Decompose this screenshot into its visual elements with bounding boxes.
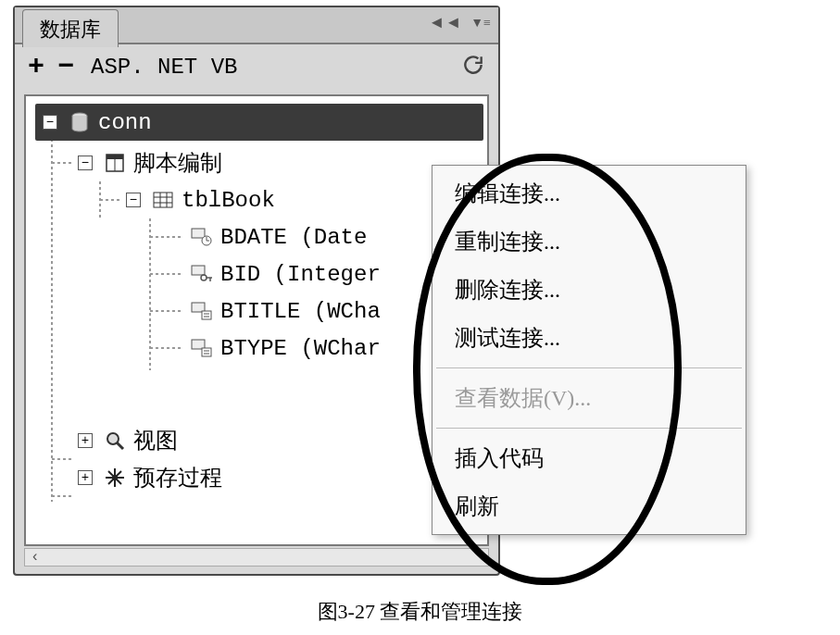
menu-separator	[436, 428, 742, 429]
conn-label: conn	[98, 110, 152, 135]
panel-toolbar: + − ASP. NET VB	[15, 44, 498, 89]
tree-node-conn[interactable]: − conn	[35, 104, 483, 141]
procs-label: 预存过程	[133, 463, 222, 492]
menu-insert-code[interactable]: 插入代码	[433, 434, 746, 482]
column-text-icon	[189, 335, 215, 361]
panel-title: 数据库	[40, 18, 101, 41]
svg-rect-33	[202, 348, 211, 356]
script-label: 脚本编制	[133, 148, 222, 178]
expander-minus-icon[interactable]: −	[78, 156, 93, 170]
panel-titlebar: 数据库 ◄◄ ▼≡	[15, 7, 498, 44]
menu-delete-connection[interactable]: 删除连接...	[433, 266, 746, 314]
tree-node-procs[interactable]: + 预存过程	[31, 459, 487, 496]
figure-caption: 图3-27 查看和管理连接	[0, 598, 840, 626]
menu-refresh[interactable]: 刷新	[433, 482, 746, 530]
column-key-icon	[189, 261, 215, 287]
procs-icon	[102, 465, 128, 491]
expander-plus-icon[interactable]: +	[78, 470, 93, 485]
table-icon	[150, 187, 176, 213]
table-label: tblBook	[182, 188, 275, 213]
database-panel: 数据库 ◄◄ ▼≡ + − ASP. NET VB	[13, 6, 500, 576]
menu-test-connection[interactable]: 测试连接...	[433, 314, 746, 362]
add-button[interactable]: +	[28, 51, 44, 82]
expander-minus-icon[interactable]: −	[126, 193, 141, 207]
menu-recreate-connection[interactable]: 重制连接...	[433, 218, 746, 266]
panel-title-tab[interactable]: 数据库	[22, 9, 119, 47]
column-date-icon	[189, 224, 215, 250]
col-bid-label: BID (Integer	[220, 262, 381, 287]
expander-minus-icon[interactable]: −	[43, 115, 57, 130]
script-icon	[102, 150, 128, 176]
dropdown-icon[interactable]: ▼≡	[470, 16, 491, 31]
svg-rect-20	[192, 229, 205, 238]
col-btitle-label: BTITLE (WCha	[220, 299, 381, 324]
svg-point-25	[201, 275, 207, 280]
tree-node-views[interactable]: + 视图	[31, 422, 487, 459]
svg-line-37	[117, 442, 123, 449]
svg-rect-29	[202, 311, 211, 319]
svg-rect-15	[154, 193, 172, 207]
tree-view[interactable]: − conn − 脚本编制 − tblBook BDATE (Date	[24, 94, 489, 546]
column-text-icon	[189, 298, 215, 324]
svg-rect-24	[192, 266, 205, 275]
col-btype-label: BTYPE (WChar	[220, 336, 381, 361]
scroll-left-icon[interactable]: ‹	[31, 549, 40, 566]
expander-plus-icon[interactable]: +	[78, 433, 93, 448]
context-menu: 编辑连接... 重制连接... 删除连接... 测试连接... 查看数据(V).…	[432, 165, 746, 535]
menu-separator	[436, 367, 742, 368]
collapse-icon[interactable]: ◄◄	[429, 13, 462, 32]
menu-view-data: 查看数据(V)...	[433, 374, 746, 422]
refresh-icon[interactable]	[461, 53, 485, 81]
tree-node-col-btitle[interactable]: BTITLE (WCha	[31, 293, 487, 330]
views-icon	[102, 428, 128, 454]
tree-node-col-bdate[interactable]: BDATE (Date	[31, 218, 487, 255]
views-label: 视图	[133, 426, 178, 455]
tree-node-script[interactable]: − 脚本编制	[31, 144, 487, 181]
remove-button[interactable]: −	[57, 51, 74, 82]
menu-edit-connection[interactable]: 编辑连接...	[433, 169, 746, 218]
tree-node-col-bid[interactable]: BID (Integer	[31, 255, 487, 293]
technology-label: ASP. NET VB	[91, 55, 237, 80]
tree-node-table[interactable]: − tblBook	[31, 181, 487, 218]
horizontal-scrollbar[interactable]: ‹	[24, 548, 489, 567]
tree-node-col-btype[interactable]: BTYPE (WChar	[31, 330, 487, 367]
context-menu-container: 编辑连接... 重制连接... 删除连接... 测试连接... 查看数据(V).…	[432, 165, 746, 535]
col-bdate-label: BDATE (Date	[220, 225, 367, 250]
database-icon	[67, 109, 93, 135]
